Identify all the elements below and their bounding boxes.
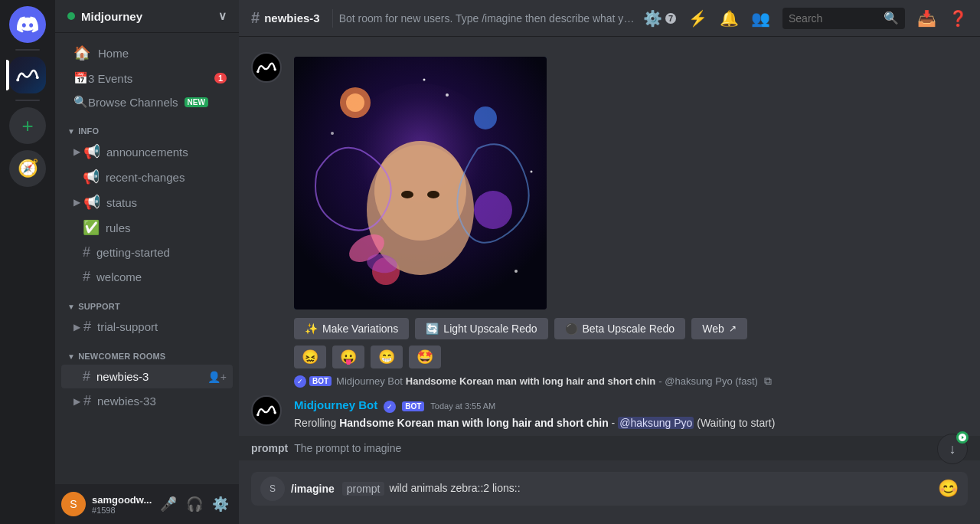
chat-input-field[interactable] [389,481,932,496]
user-area: S samgoodw... #1598 🎤 🎧 ⚙️ [55,484,239,524]
svg-point-7 [346,93,364,112]
svg-point-8 [474,106,497,129]
input-avatar: S [260,477,285,501]
channel-getting-started[interactable]: # getting-started [61,241,233,264]
discover-servers-button[interactable]: 🧭 [9,150,46,187]
verified-bot-icon: ✓ [294,375,306,388]
search-box[interactable]: 🔍 [782,8,905,29]
reaction-btn-3[interactable]: 🤩 [409,346,441,368]
svg-point-17 [446,93,449,97]
members-count-button[interactable]: ⚙️ 7 [643,9,676,28]
channel-newbies-33[interactable]: ▶ # newbies-33 [61,389,233,413]
channel-newbies-3[interactable]: # newbies-3 👤+ [61,365,233,388]
channel-status[interactable]: ▶ 📢 status [61,190,233,215]
channel-rules[interactable]: ✅ rules [61,215,233,240]
inbox-icon-button[interactable]: 📥 [917,9,936,28]
reaction-btn-0[interactable]: 😖 [294,346,326,368]
channel-trial-support[interactable]: ▶ # trial-support [61,315,233,339]
svg-point-20 [423,79,426,81]
make-variations-icon: ✨ [305,323,318,335]
channel-recent-changes[interactable]: 📢 recent-changes [61,165,233,189]
svg-point-13 [401,191,413,198]
nav-home[interactable]: 🏠 Home [61,40,233,66]
add-user-icon[interactable]: 👤+ [207,371,227,383]
verified-check: ✓ [384,401,396,413]
channel-announcements[interactable]: ▶ 📢 announcements [61,139,233,164]
members-icon: ⚙️ [643,9,662,28]
chat-input-wrapper[interactable]: S /imagine prompt 😊 [251,472,968,506]
reaction-buttons: 😖 😛 😁 🤩 [294,346,968,368]
user-avatar-letter: S [70,498,77,510]
msg-header-rerolling: Midjourney Bot ✓ BOT Today at 3:55 AM [294,398,968,413]
hash-icon-5: # [83,393,91,409]
scroll-down-icon: ↓ [949,441,956,457]
web-link-icon: ↗ [729,323,737,334]
add-server-button[interactable]: + [9,107,46,144]
server-name: Midjourney [81,10,142,23]
channel-collapse-arrow-4: ▶ [74,396,80,407]
light-upscale-redo-button[interactable]: 🔄 Light Upscale Redo [415,318,547,339]
help-icon-button[interactable]: ❓ [949,9,968,28]
msg-timestamp-rerolling: Today at 3:55 AM [430,401,495,411]
reaction-btn-1[interactable]: 😛 [332,346,364,368]
msg-content-image: ✨ Make Variations 🔄 Light Upscale Redo ⚫… [294,51,968,368]
server-icon-discord[interactable] [9,6,46,43]
channel-collapse-arrow-2: ▶ [74,197,80,208]
rerolling-mention: @haksung Pyo [618,417,694,429]
nav-browse[interactable]: 🔍 Browse Channels NEW [61,90,233,113]
msg-text-rerolling: Rerolling Handsome Korean man with long … [294,416,968,431]
prompt-label: prompt [251,442,288,454]
server-header[interactable]: Midjourney ∨ [55,0,239,33]
hash-icon: # [83,244,90,260]
home-icon: 🏠 [74,44,90,61]
server-list-divider-2 [15,100,40,101]
headphones-button[interactable]: 🎧 [182,492,207,516]
section-info-header[interactable]: ▼ INFO [55,114,239,139]
image-embed [294,57,547,309]
channel-label: rules [106,221,131,234]
hash-icon-4: # [83,368,90,385]
section-info-arrow: ▼ [67,127,75,136]
generated-image [294,57,547,309]
microphone-button[interactable]: 🎤 [156,492,181,516]
megaphone-icon-2: 📢 [83,169,100,185]
topbar-description: Bot room for new users. Type /imagine th… [339,12,637,25]
rerolling-bold-text: Handsome Korean man with long hair and s… [339,417,609,429]
settings-button[interactable]: ⚙️ [208,492,233,516]
main-content: # newbies-3 Bot room for new users. Type… [239,0,980,524]
beta-upscale-redo-button[interactable]: ⚫ Beta Upscale Redo [554,318,686,339]
nav-events[interactable]: 📅 3 Events 1 [61,67,233,90]
bot-badge-inline: BOT [309,376,332,386]
emoji-button[interactable]: 😊 [938,479,959,499]
link-icon[interactable]: ⧉ [764,375,772,388]
notification-icon-button[interactable]: 🔔 [720,9,739,28]
section-newcomer-arrow: ▼ [67,352,75,361]
people-icon-button[interactable]: 👥 [751,9,770,28]
section-newcomer-header[interactable]: ▼ NEWCOMER ROOMS [55,339,239,364]
bot-avatar-2 [251,395,282,426]
bolt-icon-button[interactable]: ⚡ [688,9,707,28]
channel-welcome[interactable]: # welcome [61,265,233,289]
inline-msg-text: Handsome Korean man with long hair and s… [406,375,655,387]
scroll-to-bottom-button[interactable]: ↓ [937,434,968,464]
hash-icon-3: # [83,319,91,335]
search-input[interactable] [789,12,880,25]
web-button[interactable]: Web ↗ [691,318,747,339]
reaction-btn-2[interactable]: 😁 [371,346,403,368]
server-icon-midjourney-wrapper [9,57,46,93]
action-buttons: ✨ Make Variations 🔄 Light Upscale Redo ⚫… [294,318,968,339]
messages-area[interactable]: ✨ Make Variations 🔄 Light Upscale Redo ⚫… [239,37,980,472]
hash-icon-2: # [83,269,90,285]
section-support-header[interactable]: ▼ SUPPORT [55,290,239,314]
topbar-divider [332,9,333,28]
make-variations-button[interactable]: ✨ Make Variations [294,318,409,339]
prompt-hint-text: The prompt to imagine [294,442,401,454]
compact-message-inline: ✓ BOT Midjourney Bot Handsome Korean man… [239,373,980,389]
user-controls: 🎤 🎧 ⚙️ [156,492,233,516]
user-avatar: S [61,492,86,516]
events-badge: 1 [214,73,227,84]
server-icon-midjourney[interactable] [9,57,46,93]
bot-author-name: Midjourney Bot [294,398,377,411]
channel-hash-icon: # [251,9,260,27]
svg-point-23 [274,411,276,414]
